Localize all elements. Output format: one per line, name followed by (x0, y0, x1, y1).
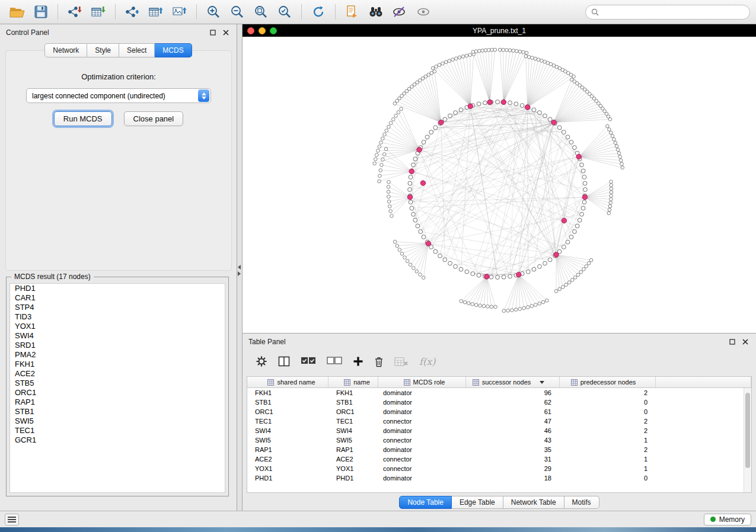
mcds-result-list[interactable]: PHD1CAR1STP4TID3YOX1SWI4SRD1PMA2FKH1ACE2… (9, 283, 225, 493)
graph-leaf-node[interactable] (518, 307, 522, 311)
graph-mcds-node[interactable] (551, 120, 556, 124)
graph-node[interactable] (409, 200, 413, 204)
graph-leaf-node[interactable] (610, 184, 613, 187)
table-scrollbar[interactable] (744, 388, 751, 492)
graph-leaf-node[interactable] (460, 300, 463, 303)
graph-mcds-node[interactable] (487, 100, 492, 104)
graph-leaf-node[interactable] (514, 308, 518, 312)
graph-node[interactable] (566, 135, 570, 139)
graph-node[interactable] (583, 188, 588, 192)
graph-leaf-node[interactable] (621, 166, 624, 169)
graph-leaf-node[interactable] (390, 214, 394, 218)
graph-leaf-node[interactable] (400, 107, 403, 111)
table-row[interactable]: YOX1YOX1connector291 (247, 464, 751, 473)
mcds-result-item[interactable]: YOX1 (10, 322, 225, 331)
graph-leaf-node[interactable] (543, 60, 547, 63)
network-graph-svg[interactable] (243, 37, 756, 333)
graph-node[interactable] (502, 275, 506, 279)
graph-node[interactable] (514, 102, 518, 106)
graph-leaf-node[interactable] (619, 159, 623, 162)
graph-node[interactable] (413, 157, 417, 161)
graph-node[interactable] (581, 169, 585, 173)
graph-leaf-node[interactable] (546, 299, 549, 302)
graph-node[interactable] (580, 163, 584, 167)
mcds-result-item[interactable]: RAP1 (10, 398, 225, 407)
graph-node[interactable] (578, 218, 582, 222)
graph-leaf-node[interactable] (433, 70, 436, 73)
graph-leaf-node[interactable] (385, 129, 388, 133)
graph-leaf-node[interactable] (530, 305, 534, 308)
graph-node[interactable] (410, 206, 414, 210)
graph-leaf-node[interactable] (388, 205, 391, 209)
export-table-button[interactable] (145, 2, 167, 21)
memory-button[interactable]: Memory (704, 514, 751, 525)
graph-node[interactable] (471, 272, 475, 276)
show-eye-button[interactable] (412, 2, 435, 21)
tab-style[interactable]: Style (87, 43, 119, 57)
graph-leaf-node[interactable] (373, 162, 377, 165)
graph-leaf-node[interactable] (541, 300, 545, 304)
column-header-shared-name[interactable]: shared name (247, 377, 328, 387)
graph-leaf-node[interactable] (614, 141, 617, 145)
graph-leaf-node[interactable] (471, 50, 475, 54)
tab-node-table[interactable]: Node Table (399, 496, 452, 509)
graph-node[interactable] (448, 114, 452, 118)
graph-node[interactable] (508, 274, 512, 278)
graph-leaf-node[interactable] (478, 49, 481, 53)
mcds-result-item[interactable]: CAR1 (10, 293, 225, 303)
graph-leaf-node[interactable] (391, 118, 395, 121)
graph-leaf-node[interactable] (387, 125, 391, 129)
graph-node[interactable] (483, 101, 487, 105)
graph-node[interactable] (409, 175, 413, 180)
graph-leaf-node[interactable] (538, 302, 541, 306)
graph-node[interactable] (438, 254, 442, 258)
graph-leaf-node[interactable] (375, 153, 378, 157)
graph-node[interactable] (532, 108, 536, 112)
graph-leaf-node[interactable] (502, 48, 505, 52)
mcds-result-item[interactable]: STB1 (10, 407, 225, 416)
graph-leaf-node[interactable] (441, 62, 445, 65)
graph-leaf-node[interactable] (582, 268, 586, 271)
graph-leaf-node[interactable] (522, 306, 526, 310)
graph-leaf-node[interactable] (609, 131, 613, 134)
graph-leaf-node[interactable] (511, 309, 514, 312)
graph-node[interactable] (489, 275, 493, 279)
graph-node[interactable] (429, 130, 433, 134)
graph-leaf-node[interactable] (379, 169, 382, 172)
graph-node[interactable] (566, 240, 570, 244)
graph-leaf-node[interactable] (465, 54, 468, 57)
graph-node[interactable] (477, 273, 481, 277)
status-menu-button[interactable] (5, 514, 19, 525)
export-network-button[interactable] (121, 2, 143, 21)
mcds-result-item[interactable]: ACE2 (10, 369, 225, 379)
graph-node[interactable] (582, 200, 586, 204)
mcds-result-item[interactable]: PHD1 (10, 284, 225, 293)
graph-node[interactable] (583, 181, 587, 185)
graph-leaf-node[interactable] (474, 50, 478, 53)
graph-leaf-node[interactable] (534, 303, 537, 307)
graph-leaf-node[interactable] (508, 49, 512, 52)
graph-node[interactable] (448, 261, 452, 265)
graph-mcds-node[interactable] (525, 105, 529, 110)
graph-leaf-node[interactable] (427, 73, 430, 76)
graph-node[interactable] (496, 275, 500, 280)
graph-leaf-node[interactable] (610, 194, 613, 198)
close-panel-button[interactable]: Close panel (124, 111, 184, 126)
graph-leaf-node[interactable] (431, 66, 435, 70)
graph-node[interactable] (569, 235, 573, 239)
graph-node[interactable] (465, 270, 469, 274)
search-box[interactable] (585, 5, 750, 20)
graph-leaf-node[interactable] (537, 58, 540, 62)
graph-node[interactable] (562, 245, 566, 249)
graph-leaf-node[interactable] (616, 148, 620, 152)
zoom-fit-button[interactable] (250, 2, 272, 21)
graph-leaf-node[interactable] (397, 111, 400, 114)
graph-node[interactable] (433, 249, 438, 254)
graph-node[interactable] (532, 267, 536, 271)
graph-leaf-node[interactable] (610, 180, 613, 184)
graph-node[interactable] (459, 108, 463, 112)
graph-leaf-node[interactable] (608, 117, 612, 121)
graph-leaf-node[interactable] (424, 75, 428, 78)
show-columns-button[interactable] (278, 356, 290, 367)
mcds-result-item[interactable]: SWI4 (10, 331, 225, 341)
